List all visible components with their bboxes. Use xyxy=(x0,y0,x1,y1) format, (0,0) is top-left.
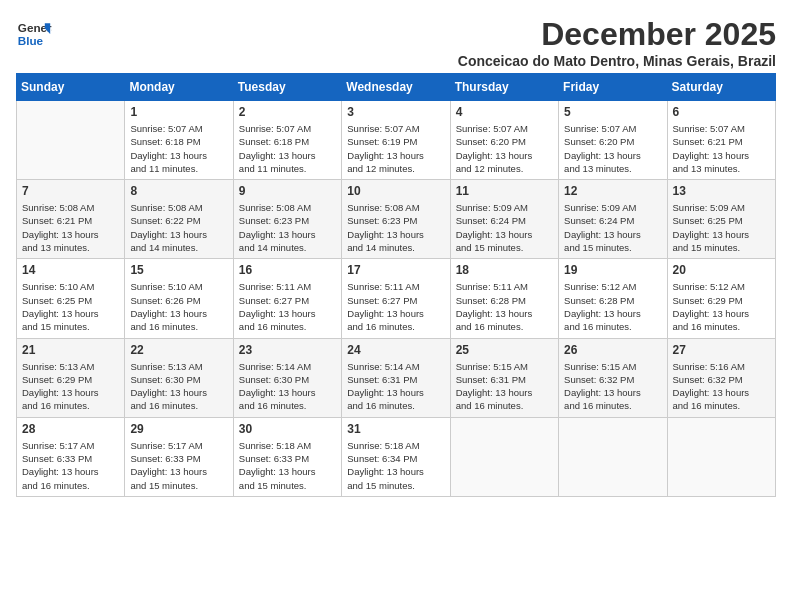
day-number: 14 xyxy=(22,263,119,277)
day-info: Sunrise: 5:09 AMSunset: 6:24 PMDaylight:… xyxy=(456,201,553,254)
table-row: 1Sunrise: 5:07 AMSunset: 6:18 PMDaylight… xyxy=(125,101,233,180)
day-info: Sunrise: 5:15 AMSunset: 6:32 PMDaylight:… xyxy=(564,360,661,413)
day-info: Sunrise: 5:13 AMSunset: 6:30 PMDaylight:… xyxy=(130,360,227,413)
table-row: 2Sunrise: 5:07 AMSunset: 6:18 PMDaylight… xyxy=(233,101,341,180)
table-row: 20Sunrise: 5:12 AMSunset: 6:29 PMDayligh… xyxy=(667,259,775,338)
table-row xyxy=(667,417,775,496)
day-info: Sunrise: 5:15 AMSunset: 6:31 PMDaylight:… xyxy=(456,360,553,413)
table-row: 18Sunrise: 5:11 AMSunset: 6:28 PMDayligh… xyxy=(450,259,558,338)
table-row: 12Sunrise: 5:09 AMSunset: 6:24 PMDayligh… xyxy=(559,180,667,259)
day-info: Sunrise: 5:11 AMSunset: 6:27 PMDaylight:… xyxy=(239,280,336,333)
calendar-week-row: 1Sunrise: 5:07 AMSunset: 6:18 PMDaylight… xyxy=(17,101,776,180)
svg-text:Blue: Blue xyxy=(18,34,44,47)
table-row: 10Sunrise: 5:08 AMSunset: 6:23 PMDayligh… xyxy=(342,180,450,259)
table-row: 19Sunrise: 5:12 AMSunset: 6:28 PMDayligh… xyxy=(559,259,667,338)
day-info: Sunrise: 5:10 AMSunset: 6:26 PMDaylight:… xyxy=(130,280,227,333)
day-number: 15 xyxy=(130,263,227,277)
month-title: December 2025 xyxy=(458,16,776,53)
day-info: Sunrise: 5:08 AMSunset: 6:22 PMDaylight:… xyxy=(130,201,227,254)
table-row: 26Sunrise: 5:15 AMSunset: 6:32 PMDayligh… xyxy=(559,338,667,417)
header-tuesday: Tuesday xyxy=(233,74,341,101)
page-header: General Blue December 2025 Conceicao do … xyxy=(16,16,776,69)
calendar-week-row: 7Sunrise: 5:08 AMSunset: 6:21 PMDaylight… xyxy=(17,180,776,259)
table-row: 25Sunrise: 5:15 AMSunset: 6:31 PMDayligh… xyxy=(450,338,558,417)
day-number: 28 xyxy=(22,422,119,436)
day-info: Sunrise: 5:07 AMSunset: 6:20 PMDaylight:… xyxy=(456,122,553,175)
day-info: Sunrise: 5:09 AMSunset: 6:24 PMDaylight:… xyxy=(564,201,661,254)
header-saturday: Saturday xyxy=(667,74,775,101)
header-monday: Monday xyxy=(125,74,233,101)
table-row: 22Sunrise: 5:13 AMSunset: 6:30 PMDayligh… xyxy=(125,338,233,417)
table-row: 8Sunrise: 5:08 AMSunset: 6:22 PMDaylight… xyxy=(125,180,233,259)
day-info: Sunrise: 5:09 AMSunset: 6:25 PMDaylight:… xyxy=(673,201,770,254)
day-number: 1 xyxy=(130,105,227,119)
table-row: 5Sunrise: 5:07 AMSunset: 6:20 PMDaylight… xyxy=(559,101,667,180)
day-number: 25 xyxy=(456,343,553,357)
day-number: 4 xyxy=(456,105,553,119)
table-row: 7Sunrise: 5:08 AMSunset: 6:21 PMDaylight… xyxy=(17,180,125,259)
day-info: Sunrise: 5:17 AMSunset: 6:33 PMDaylight:… xyxy=(130,439,227,492)
calendar-week-row: 14Sunrise: 5:10 AMSunset: 6:25 PMDayligh… xyxy=(17,259,776,338)
table-row: 13Sunrise: 5:09 AMSunset: 6:25 PMDayligh… xyxy=(667,180,775,259)
table-row: 24Sunrise: 5:14 AMSunset: 6:31 PMDayligh… xyxy=(342,338,450,417)
day-info: Sunrise: 5:12 AMSunset: 6:29 PMDaylight:… xyxy=(673,280,770,333)
day-info: Sunrise: 5:18 AMSunset: 6:34 PMDaylight:… xyxy=(347,439,444,492)
day-number: 12 xyxy=(564,184,661,198)
day-number: 18 xyxy=(456,263,553,277)
table-row: 21Sunrise: 5:13 AMSunset: 6:29 PMDayligh… xyxy=(17,338,125,417)
table-row xyxy=(559,417,667,496)
calendar-week-row: 21Sunrise: 5:13 AMSunset: 6:29 PMDayligh… xyxy=(17,338,776,417)
logo-icon: General Blue xyxy=(16,16,52,52)
day-number: 24 xyxy=(347,343,444,357)
day-info: Sunrise: 5:07 AMSunset: 6:21 PMDaylight:… xyxy=(673,122,770,175)
table-row: 3Sunrise: 5:07 AMSunset: 6:19 PMDaylight… xyxy=(342,101,450,180)
table-row: 4Sunrise: 5:07 AMSunset: 6:20 PMDaylight… xyxy=(450,101,558,180)
day-number: 11 xyxy=(456,184,553,198)
day-info: Sunrise: 5:07 AMSunset: 6:18 PMDaylight:… xyxy=(239,122,336,175)
table-row: 30Sunrise: 5:18 AMSunset: 6:33 PMDayligh… xyxy=(233,417,341,496)
day-info: Sunrise: 5:07 AMSunset: 6:18 PMDaylight:… xyxy=(130,122,227,175)
day-number: 27 xyxy=(673,343,770,357)
day-number: 6 xyxy=(673,105,770,119)
header-thursday: Thursday xyxy=(450,74,558,101)
day-info: Sunrise: 5:08 AMSunset: 6:23 PMDaylight:… xyxy=(347,201,444,254)
day-info: Sunrise: 5:10 AMSunset: 6:25 PMDaylight:… xyxy=(22,280,119,333)
day-number: 16 xyxy=(239,263,336,277)
day-info: Sunrise: 5:11 AMSunset: 6:28 PMDaylight:… xyxy=(456,280,553,333)
calendar-table: Sunday Monday Tuesday Wednesday Thursday… xyxy=(16,73,776,497)
day-info: Sunrise: 5:14 AMSunset: 6:31 PMDaylight:… xyxy=(347,360,444,413)
day-number: 29 xyxy=(130,422,227,436)
table-row: 15Sunrise: 5:10 AMSunset: 6:26 PMDayligh… xyxy=(125,259,233,338)
day-info: Sunrise: 5:07 AMSunset: 6:20 PMDaylight:… xyxy=(564,122,661,175)
day-info: Sunrise: 5:12 AMSunset: 6:28 PMDaylight:… xyxy=(564,280,661,333)
table-row: 27Sunrise: 5:16 AMSunset: 6:32 PMDayligh… xyxy=(667,338,775,417)
logo: General Blue xyxy=(16,16,52,52)
day-info: Sunrise: 5:13 AMSunset: 6:29 PMDaylight:… xyxy=(22,360,119,413)
day-number: 26 xyxy=(564,343,661,357)
day-number: 2 xyxy=(239,105,336,119)
table-row: 29Sunrise: 5:17 AMSunset: 6:33 PMDayligh… xyxy=(125,417,233,496)
day-info: Sunrise: 5:16 AMSunset: 6:32 PMDaylight:… xyxy=(673,360,770,413)
day-number: 19 xyxy=(564,263,661,277)
day-info: Sunrise: 5:17 AMSunset: 6:33 PMDaylight:… xyxy=(22,439,119,492)
day-number: 20 xyxy=(673,263,770,277)
table-row xyxy=(450,417,558,496)
title-area: December 2025 Conceicao do Mato Dentro, … xyxy=(458,16,776,69)
day-info: Sunrise: 5:07 AMSunset: 6:19 PMDaylight:… xyxy=(347,122,444,175)
header-wednesday: Wednesday xyxy=(342,74,450,101)
day-number: 9 xyxy=(239,184,336,198)
day-info: Sunrise: 5:11 AMSunset: 6:27 PMDaylight:… xyxy=(347,280,444,333)
calendar-week-row: 28Sunrise: 5:17 AMSunset: 6:33 PMDayligh… xyxy=(17,417,776,496)
day-number: 8 xyxy=(130,184,227,198)
table-row: 28Sunrise: 5:17 AMSunset: 6:33 PMDayligh… xyxy=(17,417,125,496)
table-row: 9Sunrise: 5:08 AMSunset: 6:23 PMDaylight… xyxy=(233,180,341,259)
day-info: Sunrise: 5:18 AMSunset: 6:33 PMDaylight:… xyxy=(239,439,336,492)
table-row: 23Sunrise: 5:14 AMSunset: 6:30 PMDayligh… xyxy=(233,338,341,417)
table-row xyxy=(17,101,125,180)
day-number: 10 xyxy=(347,184,444,198)
day-number: 3 xyxy=(347,105,444,119)
table-row: 17Sunrise: 5:11 AMSunset: 6:27 PMDayligh… xyxy=(342,259,450,338)
location-subtitle: Conceicao do Mato Dentro, Minas Gerais, … xyxy=(458,53,776,69)
day-number: 13 xyxy=(673,184,770,198)
table-row: 14Sunrise: 5:10 AMSunset: 6:25 PMDayligh… xyxy=(17,259,125,338)
